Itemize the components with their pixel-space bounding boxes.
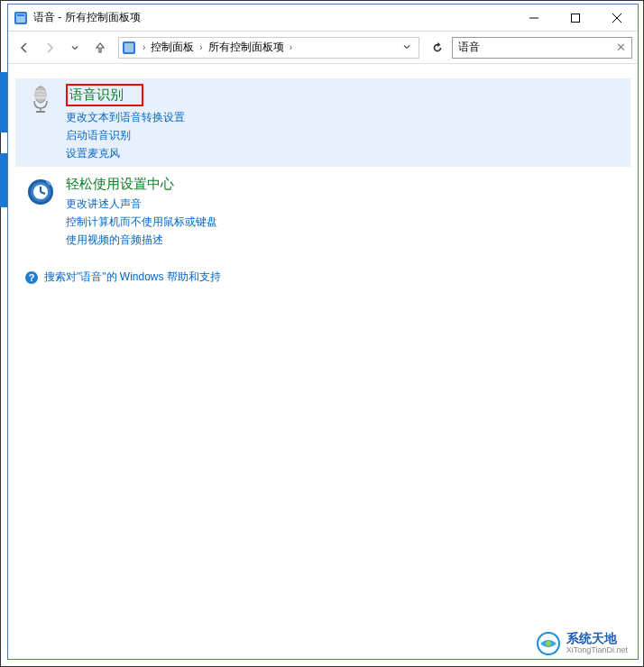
chevron-right-icon: › <box>198 42 204 52</box>
group-link[interactable]: 更改文本到语音转换设置 <box>66 110 621 125</box>
app-icon <box>14 11 28 25</box>
chevron-right-icon: › <box>288 42 294 52</box>
group-link[interactable]: 设置麦克风 <box>66 146 621 161</box>
refresh-button[interactable] <box>427 37 448 59</box>
close-button[interactable] <box>596 5 638 32</box>
window-title: 语音 - 所有控制面板项 <box>33 10 513 25</box>
search-input[interactable] <box>458 41 616 54</box>
group-title-speech-recognition[interactable]: 语音识别 <box>66 84 143 106</box>
breadcrumb-all-items[interactable]: 所有控制面板项 <box>205 40 288 55</box>
content-area: 语音识别更改文本到语音转换设置启动语音识别设置麦克风轻松使用设置中心更改讲述人声… <box>8 64 638 659</box>
titlebar: 语音 - 所有控制面板项 <box>8 5 638 32</box>
group-link[interactable]: 更改讲述人声音 <box>66 196 621 212</box>
toolbar: › 控制面板 › 所有控制面板项 › ✕ <box>8 32 638 64</box>
forward-button[interactable] <box>39 37 60 59</box>
watermark-logo-icon <box>536 631 561 656</box>
ease-clock-icon <box>24 176 57 208</box>
clear-search-icon[interactable]: ✕ <box>616 41 626 54</box>
chevron-right-icon: › <box>141 42 147 52</box>
result-group-ease-of-access: 轻松使用设置中心更改讲述人声音控制计算机而不使用鼠标或键盘使用视频的音频描述 <box>15 170 630 253</box>
svg-rect-10 <box>35 90 46 99</box>
control-panel-icon <box>121 40 137 56</box>
group-link[interactable]: 启动语音识别 <box>66 128 621 143</box>
recent-dropdown[interactable] <box>64 37 86 59</box>
watermark-cn: 系统天地 <box>566 632 628 645</box>
help-row: ? 搜索对"语音"的 Windows 帮助和支持 <box>24 270 630 285</box>
svg-text:?: ? <box>29 272 35 283</box>
back-button[interactable] <box>14 37 35 59</box>
group-title-ease-of-access[interactable]: 轻松使用设置中心 <box>66 176 174 193</box>
help-link[interactable]: 搜索对"语音"的 Windows 帮助和支持 <box>44 270 221 285</box>
svg-rect-8 <box>124 43 133 52</box>
breadcrumb-control-panel[interactable]: 控制面板 <box>147 40 198 55</box>
window-controls <box>513 5 638 31</box>
microphone-icon <box>24 84 57 116</box>
watermark: 系统天地 XiTongTianDi.net <box>536 631 628 656</box>
result-group-speech-recognition: 语音识别更改文本到语音转换设置启动语音识别设置麦克风 <box>15 78 630 167</box>
svg-rect-4 <box>572 14 580 23</box>
address-bar[interactable]: › 控制面板 › 所有控制面板项 › <box>118 37 419 59</box>
watermark-en: XiTongTianDi.net <box>566 646 628 655</box>
up-button[interactable] <box>89 37 111 59</box>
search-box[interactable]: ✕ <box>452 37 632 59</box>
group-link[interactable]: 控制计算机而不使用鼠标或键盘 <box>66 215 621 230</box>
address-dropdown[interactable] <box>397 42 417 53</box>
svg-point-23 <box>546 641 551 646</box>
group-link[interactable]: 使用视频的音频描述 <box>66 233 621 248</box>
window-frame: 语音 - 所有控制面板项 <box>7 4 639 660</box>
svg-rect-2 <box>17 14 24 16</box>
help-icon: ? <box>24 270 39 285</box>
minimize-button[interactable] <box>513 5 555 32</box>
maximize-button[interactable] <box>555 5 596 32</box>
